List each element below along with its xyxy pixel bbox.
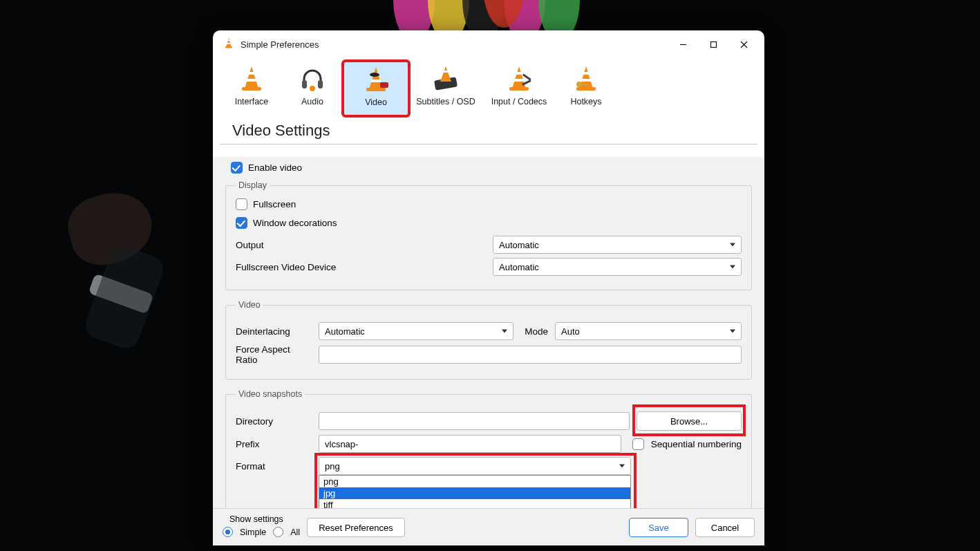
- svg-marker-24: [512, 66, 526, 88]
- show-settings-simple-label: Simple: [240, 527, 266, 537]
- cone-video-icon: [361, 64, 391, 95]
- show-settings-all-label: All: [290, 527, 300, 537]
- svg-rect-18: [366, 88, 386, 91]
- format-option-tiff[interactable]: tiff: [319, 499, 630, 508]
- snapshots-legend: Video snapshots: [236, 389, 305, 399]
- svg-rect-20: [380, 82, 388, 88]
- svg-rect-9: [249, 72, 254, 75]
- category-input-codecs[interactable]: Input / Codecs: [482, 61, 556, 116]
- deinterlacing-value: Automatic: [325, 326, 365, 337]
- category-video[interactable]: Video: [343, 61, 409, 116]
- force-aspect-input[interactable]: [319, 346, 742, 364]
- svg-rect-2: [227, 43, 230, 44]
- format-value: png: [325, 461, 340, 471]
- show-settings-label: Show settings: [223, 514, 300, 524]
- category-label: Audio: [301, 97, 323, 106]
- vlc-icon: [223, 37, 241, 52]
- category-label: Input / Codecs: [491, 97, 547, 106]
- svg-rect-11: [242, 87, 261, 91]
- svg-rect-3: [225, 46, 233, 48]
- fullscreen-device-value: Automatic: [499, 262, 539, 272]
- mode-label: Mode: [520, 326, 548, 337]
- mode-select[interactable]: Auto: [555, 322, 742, 340]
- format-option-png[interactable]: png: [319, 476, 630, 487]
- svg-rect-13: [318, 80, 323, 88]
- deinterlacing-label: Deinterlacing: [236, 326, 312, 337]
- svg-rect-25: [516, 72, 522, 75]
- prefix-input[interactable]: [319, 435, 621, 453]
- svg-marker-22: [440, 66, 451, 82]
- category-label: Subtitles / OSD: [416, 97, 475, 106]
- category-audio[interactable]: Audio: [282, 61, 343, 116]
- maximize-button[interactable]: [698, 33, 728, 55]
- category-interface[interactable]: Interface: [221, 61, 282, 116]
- format-dropdown-list: png jpg tiff: [319, 475, 631, 508]
- fullscreen-device-label: Fullscreen Video Device: [236, 262, 346, 272]
- save-button[interactable]: Save: [629, 518, 688, 537]
- svg-rect-5: [710, 41, 716, 47]
- svg-marker-0: [226, 38, 232, 48]
- category-label: Interface: [235, 97, 269, 106]
- category-subtitles[interactable]: Subtitles / OSD: [409, 61, 482, 116]
- preferences-dialog: Simple Preferences Interface Audio Video…: [213, 30, 764, 545]
- window-decorations-label: Window decorations: [253, 218, 337, 228]
- fullscreen-device-select[interactable]: Automatic: [493, 258, 742, 276]
- category-toolbar: Interface Audio Video Subtitles / OSD In…: [213, 58, 764, 116]
- svg-rect-32: [581, 79, 591, 82]
- video-group: Video Deinterlacing Automatic Mode Auto …: [225, 300, 752, 380]
- svg-point-19: [370, 73, 379, 77]
- force-aspect-label: Force Aspect Ratio: [236, 344, 312, 365]
- svg-rect-33: [576, 87, 596, 91]
- cone-key-icon: [571, 64, 601, 94]
- minimize-button[interactable]: [668, 33, 698, 55]
- output-value: Automatic: [499, 240, 539, 250]
- display-legend: Display: [236, 180, 270, 190]
- output-select[interactable]: Automatic: [493, 236, 742, 254]
- format-select[interactable]: png: [319, 457, 631, 475]
- browse-button[interactable]: Browse...: [637, 411, 742, 431]
- deinterlacing-select[interactable]: Automatic: [319, 322, 513, 340]
- keyboard-icon: [431, 64, 461, 94]
- show-settings-group: Show settings Simple All: [223, 514, 300, 537]
- output-label: Output: [236, 240, 346, 250]
- category-label: Hotkeys: [570, 97, 601, 106]
- prefix-label: Prefix: [236, 439, 312, 449]
- fullscreen-checkbox[interactable]: [236, 198, 247, 210]
- format-label: Format: [236, 461, 312, 471]
- category-label: Video: [365, 97, 387, 107]
- headphones-icon: [297, 64, 328, 94]
- video-legend: Video: [236, 300, 263, 310]
- sequential-numbering-checkbox[interactable]: [632, 438, 644, 450]
- svg-rect-27: [509, 87, 529, 91]
- fullscreen-label: Fullscreen: [253, 199, 296, 209]
- cancel-button[interactable]: Cancel: [695, 518, 755, 537]
- directory-label: Directory: [236, 416, 312, 427]
- category-hotkeys[interactable]: Hotkeys: [556, 61, 616, 116]
- window-decorations-checkbox[interactable]: [236, 217, 247, 229]
- svg-point-14: [310, 86, 315, 91]
- mode-value: Auto: [561, 326, 580, 337]
- svg-rect-23: [443, 71, 449, 73]
- close-button[interactable]: [728, 33, 759, 55]
- format-option-jpg[interactable]: jpg: [319, 487, 630, 499]
- enable-video-label: Enable video: [248, 162, 302, 173]
- svg-rect-31: [583, 72, 589, 75]
- sequential-numbering-label: Sequential numbering: [651, 439, 742, 449]
- enable-video-checkbox[interactable]: [231, 162, 243, 174]
- cone-icon: [236, 64, 267, 94]
- show-settings-all-radio[interactable]: [273, 527, 283, 537]
- svg-rect-10: [247, 79, 256, 82]
- svg-rect-12: [302, 80, 307, 88]
- svg-rect-35: [581, 84, 587, 85]
- background-decor: [55, 194, 194, 373]
- directory-input[interactable]: [319, 412, 630, 430]
- background-decor: [379, 0, 601, 35]
- snapshots-group: Video snapshots Directory Browse... Pref…: [225, 389, 752, 508]
- reset-preferences-button[interactable]: Reset Preferences: [307, 518, 405, 537]
- svg-rect-1: [228, 40, 230, 41]
- svg-rect-26: [514, 79, 524, 82]
- page-title: Video Settings: [220, 116, 757, 144]
- svg-rect-17: [371, 80, 381, 82]
- display-group: Display Fullscreen Window decorations Ou…: [225, 180, 752, 290]
- show-settings-simple-radio[interactable]: [223, 527, 233, 537]
